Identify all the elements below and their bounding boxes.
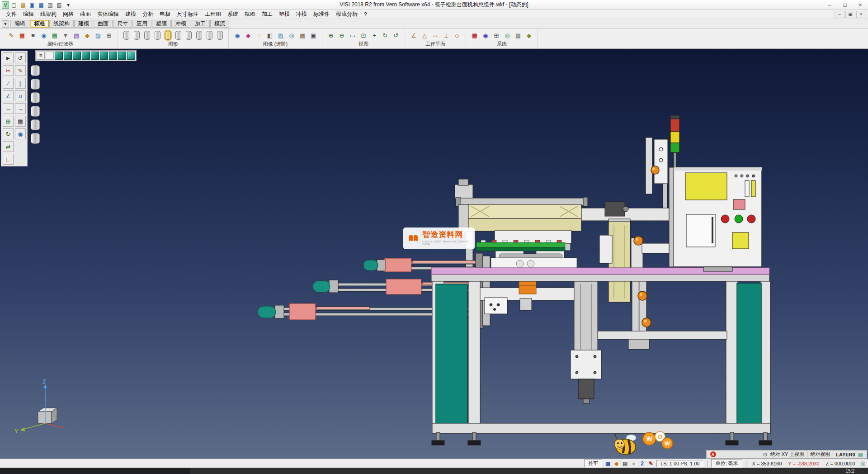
viewbar-menu-icon[interactable]: ≡ (37, 52, 45, 60)
background-icon[interactable]: ▨ (276, 30, 286, 40)
tab-modeling[interactable]: 建模 (74, 20, 93, 28)
tab-machining[interactable]: 加工 (191, 20, 210, 28)
quick-access-caret-icon[interactable]: ▾ (64, 1, 72, 9)
view-dimetric-icon[interactable] (118, 52, 126, 60)
print-status-icon[interactable]: ▤ (621, 460, 629, 467)
tab-edit[interactable]: 编辑 (10, 20, 29, 28)
view-bottom-icon[interactable] (109, 52, 117, 60)
section-view-icon[interactable] (207, 31, 212, 40)
doc-restore-button[interactable]: ▣ (845, 11, 855, 18)
visi-logo-icon[interactable]: V (2, 1, 9, 9)
break-icon[interactable]: ∠ (3, 90, 14, 101)
user-profile-icon[interactable]: ● (630, 460, 637, 467)
workplane-normal-icon[interactable]: ⊥ (441, 30, 451, 40)
doc-minimize-button[interactable]: – (835, 11, 844, 18)
select-icon[interactable]: ► (3, 52, 14, 63)
trim-icon[interactable]: ∕ (3, 78, 14, 89)
tab-die[interactable]: 冲模 (171, 20, 190, 28)
menu-view[interactable]: 视图 (241, 10, 259, 18)
workplane-3point-icon[interactable]: △ (420, 30, 429, 40)
view-top-icon[interactable] (64, 52, 72, 60)
workplane-xy-icon[interactable]: ∠ (409, 30, 419, 40)
shaded-edges-mode-icon[interactable] (165, 31, 171, 40)
print-icon[interactable]: ▥ (46, 1, 54, 9)
close-button[interactable]: × (853, 0, 868, 9)
filter-points-icon[interactable] (31, 79, 40, 90)
view-shaded-cube-icon[interactable] (127, 52, 135, 60)
rotate-view-icon[interactable]: ↻ (380, 30, 390, 40)
shadows-icon[interactable]: ◧ (265, 30, 275, 40)
selection-mask-icon[interactable]: ▨ (93, 30, 103, 40)
viewbar-blank-icon[interactable] (46, 52, 54, 60)
render-flame-icon[interactable]: ◆ (613, 460, 620, 467)
menu-mesh[interactable]: 网格 (60, 10, 77, 18)
modify-icon[interactable]: ✎ (15, 65, 26, 76)
quick-select-icon[interactable]: ◆ (82, 30, 92, 40)
zoom-window-icon[interactable]: ▭ (348, 30, 358, 40)
workplane-manager-icon[interactable]: ◇ (452, 30, 462, 40)
minimize-button[interactable]: – (822, 0, 837, 9)
filter-solids-icon[interactable] (31, 119, 40, 130)
tab-application[interactable]: 应用 (132, 20, 151, 28)
backface-mode-icon[interactable] (217, 31, 223, 40)
rotate-icon[interactable]: ↻ (3, 128, 14, 139)
viewport-3d[interactable]: Z Y ≡ ►✂∕∠↔⊞↻⇄∟ ↺✎∥∪→▦◉ (0, 49, 868, 459)
open-document-icon[interactable]: ▤ (19, 1, 27, 9)
pan-view-icon[interactable]: + (369, 30, 379, 40)
color-table-icon[interactable]: ▦ (17, 30, 27, 40)
filter-all-icon[interactable] (31, 65, 40, 76)
delete-icon[interactable]: ✂ (3, 65, 14, 76)
save-icon[interactable]: ▣ (28, 1, 36, 9)
view-right-icon[interactable] (100, 52, 108, 60)
flat-shade-mode-icon[interactable] (186, 31, 192, 40)
filter-surfaces-icon[interactable] (31, 106, 40, 117)
save-all-icon[interactable]: ▦ (37, 1, 45, 9)
lights-icon[interactable]: ○ (254, 30, 264, 40)
tab-standard[interactable]: 标准 (30, 20, 49, 28)
menu-drawing[interactable]: 工程图 (202, 10, 224, 18)
menu-file[interactable]: 文件 (3, 10, 20, 18)
system-settings-icon[interactable]: ⊞ (491, 30, 501, 40)
filter-meshes-icon[interactable] (31, 133, 40, 144)
shaded-mode-icon[interactable] (155, 31, 160, 40)
menu-standard-parts[interactable]: 标准件 (310, 10, 333, 18)
view-orientation-label[interactable]: 绝对 XY 上视图 (770, 451, 805, 458)
layer-color-icon[interactable]: ▦ (858, 451, 863, 458)
snapshot-icon[interactable]: ▣ (308, 30, 318, 40)
element-filter-icon[interactable]: ▼ (61, 30, 71, 40)
tab-mold[interactable]: 塑膜 (152, 20, 171, 28)
display-options-icon[interactable]: ◉ (481, 30, 491, 40)
menu-help[interactable]: ? (361, 11, 370, 18)
active-layer-label[interactable]: LAYER0 (836, 452, 855, 457)
os-taskbar[interactable]: 15:2 (0, 468, 868, 474)
menu-edit[interactable]: 编辑 (20, 10, 37, 18)
menu-analysis[interactable]: 分析 (139, 10, 156, 18)
menu-modeling[interactable]: 建模 (122, 10, 139, 18)
gouraud-mode-icon[interactable] (175, 31, 181, 40)
matrix-icon[interactable]: ▩ (513, 30, 523, 40)
preview-icon[interactable]: ▧ (55, 1, 63, 9)
menu-electrode[interactable]: 电极 (156, 10, 174, 18)
tab-flow[interactable]: 模流 (210, 20, 229, 28)
menu-flow-analysis[interactable]: 模流分析 (333, 10, 361, 18)
offset-icon[interactable]: ∥ (15, 78, 26, 89)
materials-icon[interactable]: ◆ (243, 30, 253, 40)
quick-hidden-mode-icon[interactable] (144, 31, 150, 40)
menu-die[interactable]: 冲模 (293, 10, 310, 18)
group-filter-icon[interactable]: ▧ (71, 30, 81, 40)
menu-surface[interactable]: 曲面 (77, 10, 94, 18)
mirror-icon[interactable]: ⇄ (3, 141, 14, 152)
layer-filter-icon[interactable]: ▤ (50, 30, 60, 40)
move-icon[interactable]: ↔ (3, 103, 14, 114)
tab-surface[interactable]: 曲面 (94, 20, 113, 28)
tab-wireframe[interactable]: 线架构 (49, 20, 74, 28)
zoom-in-icon[interactable]: ⊕ (326, 30, 336, 40)
render-settings-icon[interactable]: ◉ (232, 30, 242, 40)
menu-solid-edit[interactable]: 实体编辑 (94, 10, 122, 18)
attribute-pencil-icon[interactable]: ✎ (6, 30, 16, 40)
copy-icon[interactable]: ⊞ (3, 116, 14, 127)
session-count-badge[interactable]: 2 (638, 460, 646, 467)
menu-machining[interactable]: 加工 (259, 10, 276, 18)
wireframe-mode-icon[interactable] (123, 31, 129, 40)
texture-icon[interactable]: ▩ (297, 30, 307, 40)
